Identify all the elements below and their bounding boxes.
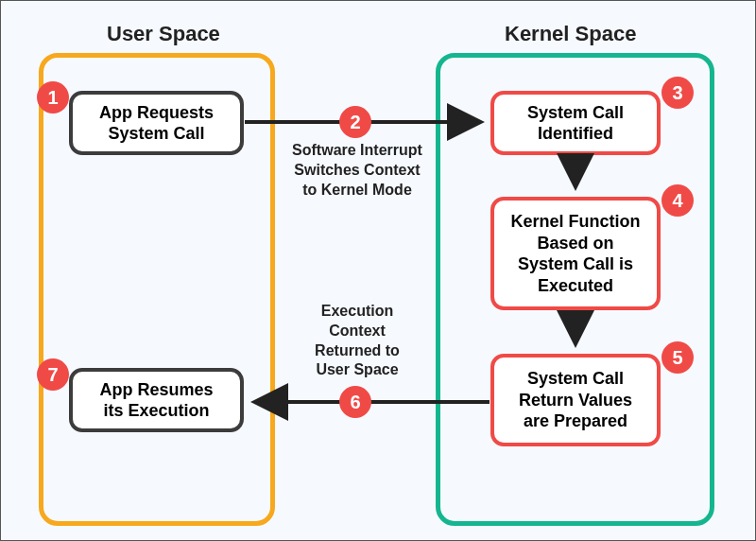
user-space-label: User Space: [107, 22, 220, 46]
badge-7: 7: [37, 358, 69, 391]
node-return-values: System Call Return Values are Prepared: [490, 354, 661, 446]
node-label: Kernel Function Based on System Call is …: [510, 211, 640, 296]
node-label: App Resumes its Execution: [99, 379, 213, 422]
node-app-requests: App Requests System Call: [69, 91, 244, 155]
badge-4: 4: [662, 184, 694, 217]
badge-1: 1: [37, 81, 69, 113]
node-label: App Requests System Call: [99, 102, 214, 145]
node-app-resumes: App Resumes its Execution: [69, 368, 244, 432]
node-label: System Call Identified: [527, 102, 624, 145]
kernel-space-label: Kernel Space: [505, 22, 636, 46]
badge-5: 5: [662, 341, 694, 374]
caption-interrupt: Software Interrupt Switches Context to K…: [286, 141, 428, 200]
badge-6: 6: [339, 386, 371, 418]
caption-return: Execution Context Returned to User Space: [305, 302, 409, 380]
badge-2: 2: [339, 106, 371, 138]
badge-3: 3: [662, 77, 694, 109]
node-syscall-identified: System Call Identified: [490, 91, 661, 155]
node-kernel-function: Kernel Function Based on System Call is …: [490, 197, 661, 310]
node-label: System Call Return Values are Prepared: [519, 368, 632, 432]
